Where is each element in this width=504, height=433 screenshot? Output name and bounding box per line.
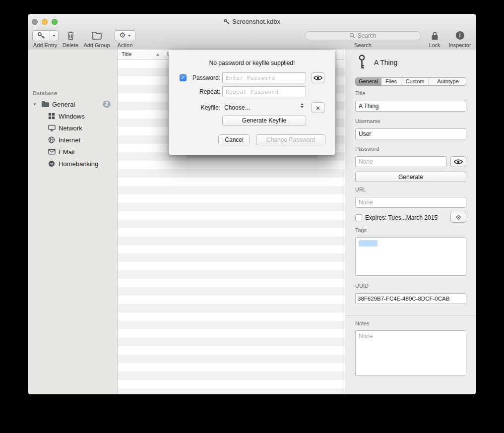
- entry-key-icon: [358, 55, 366, 72]
- sidebar-item-label: Network: [59, 124, 82, 132]
- sidebar-item-network[interactable]: Network: [28, 122, 117, 134]
- cancel-button[interactable]: Cancel: [218, 134, 250, 145]
- uuid-field[interactable]: [355, 293, 466, 304]
- show-password-button[interactable]: [312, 72, 324, 83]
- generate-keyfile-button[interactable]: Generate Keyfile: [222, 116, 306, 125]
- info-icon: i: [456, 31, 464, 40]
- tags-box[interactable]: [355, 237, 466, 276]
- password-input[interactable]: [222, 72, 306, 83]
- tag-chip[interactable]: [359, 240, 378, 247]
- add-entry-button[interactable]: [32, 30, 59, 41]
- delete-label: Delete: [61, 42, 80, 48]
- close-x-icon: ×: [316, 104, 320, 112]
- chevron-down-icon: [53, 35, 56, 37]
- sidebar-item-internet[interactable]: Internet: [28, 134, 117, 146]
- tab-files[interactable]: Files: [381, 78, 401, 85]
- title-field-label: Title: [355, 90, 365, 96]
- change-password-button[interactable]: Change Password: [256, 134, 325, 145]
- inspector-divider: [345, 315, 476, 315]
- notes-field[interactable]: [355, 330, 466, 376]
- delete-toolbar-item: Delete: [61, 30, 80, 48]
- tab-autotype[interactable]: Autotype: [429, 78, 466, 85]
- app-window: Screenshot.kdbx Add Entry: [28, 14, 476, 394]
- add-group-label: Add Group: [81, 42, 112, 48]
- sidebar: Database ▼ General 2 Windows: [28, 50, 118, 394]
- url-field[interactable]: [355, 197, 466, 208]
- sidebar-item-label: Windows: [59, 113, 85, 120]
- password-field[interactable]: [355, 156, 446, 167]
- lock-icon: [431, 31, 439, 40]
- entry-title: A Thing: [374, 59, 397, 66]
- reveal-password-button[interactable]: [450, 156, 466, 167]
- expires-settings-button[interactable]: ⚙: [450, 212, 466, 223]
- sort-ascending-icon: [156, 54, 159, 56]
- inspector-button[interactable]: i: [456, 31, 464, 40]
- search-placeholder: Search: [357, 32, 376, 39]
- delete-button[interactable]: [66, 31, 75, 40]
- add-entry-toolbar-item: Add Entry: [30, 30, 61, 48]
- add-entry-label: Add Entry: [30, 42, 61, 48]
- sidebar-item-label: Homebanking: [59, 160, 98, 168]
- inspector-panel: A Thing General Files Custom Autotype Ti…: [345, 50, 476, 394]
- percent-coin-icon: %: [48, 160, 56, 168]
- action-label: Action: [113, 42, 137, 48]
- uuid-label: UUID: [355, 283, 369, 289]
- lock-toolbar-item: Lock: [424, 30, 445, 48]
- column-divider[interactable]: [164, 51, 164, 59]
- folder-icon: [41, 101, 50, 108]
- sidebar-item-label: General: [52, 101, 75, 108]
- sidebar-item-label: EMail: [59, 148, 75, 156]
- folder-icon: [92, 32, 102, 40]
- lock-button[interactable]: [431, 31, 439, 40]
- username-field-label: Username: [355, 118, 380, 124]
- url-field-label: URL: [355, 186, 366, 192]
- username-field[interactable]: [355, 128, 466, 139]
- search-input[interactable]: Search: [305, 31, 421, 40]
- sidebar-item-email[interactable]: EMail: [28, 146, 117, 158]
- gear-icon: ⚙: [455, 214, 461, 221]
- password-field-label: Password: [355, 146, 379, 152]
- tab-general[interactable]: General: [356, 78, 381, 85]
- expires-checkbox[interactable]: [355, 214, 362, 221]
- inspector-label: Inspector: [446, 42, 474, 48]
- generate-password-button[interactable]: Generate: [355, 172, 466, 182]
- toolbar: Add Entry Delete: [28, 29, 476, 50]
- search-toolbar-item: Search Search: [305, 30, 421, 48]
- title-field[interactable]: [355, 101, 466, 112]
- inspector-toolbar-item: i Inspector: [446, 30, 474, 48]
- keyfile-popup[interactable]: Choose…: [224, 104, 251, 111]
- sidebar-section-header: Database: [33, 90, 57, 96]
- globe-icon: [48, 136, 56, 144]
- action-button[interactable]: ⚙: [115, 30, 135, 41]
- add-group-toolbar-item: Add Group: [81, 30, 112, 48]
- sidebar-item-general[interactable]: ▼ General 2: [28, 98, 117, 110]
- windows-icon: [48, 112, 56, 120]
- gear-icon: ⚙: [119, 32, 126, 39]
- sidebar-item-windows[interactable]: Windows: [28, 110, 117, 122]
- change-password-sheet: No password or keyfile supplied! ✓ Passw…: [169, 50, 335, 155]
- monitor-icon: [48, 124, 56, 132]
- password-label: Password:: [184, 74, 220, 81]
- repeat-input[interactable]: [222, 86, 306, 97]
- chevron-down-icon: [128, 35, 131, 37]
- tab-custom[interactable]: Custom: [401, 78, 429, 85]
- window-title: Screenshot.kdbx: [28, 18, 476, 26]
- sheet-message: No password or keyfile supplied!: [169, 60, 335, 66]
- window-title-text: Screenshot.kdbx: [232, 18, 280, 25]
- lock-label: Lock: [424, 42, 445, 48]
- add-group-button[interactable]: [92, 32, 102, 40]
- inspector-tabs: General Files Custom Autotype: [355, 77, 466, 86]
- eye-icon: [454, 159, 463, 165]
- clear-keyfile-button[interactable]: ×: [312, 102, 324, 113]
- content-area: Database ▼ General 2 Windows: [28, 50, 476, 394]
- disclosure-triangle-icon[interactable]: ▼: [33, 102, 37, 107]
- entry-count-badge: 2: [103, 101, 111, 108]
- eye-icon: [314, 75, 322, 81]
- add-entry-dropdown[interactable]: [50, 31, 58, 41]
- sidebar-item-homebanking[interactable]: % Homebanking: [28, 158, 117, 170]
- repeat-label: Repeat:: [184, 88, 220, 95]
- stepper-icon[interactable]: [301, 103, 304, 108]
- column-header-title[interactable]: Title: [122, 51, 131, 57]
- notes-label: Notes: [355, 320, 370, 326]
- desktop-background: Screenshot.kdbx Add Entry: [0, 0, 504, 433]
